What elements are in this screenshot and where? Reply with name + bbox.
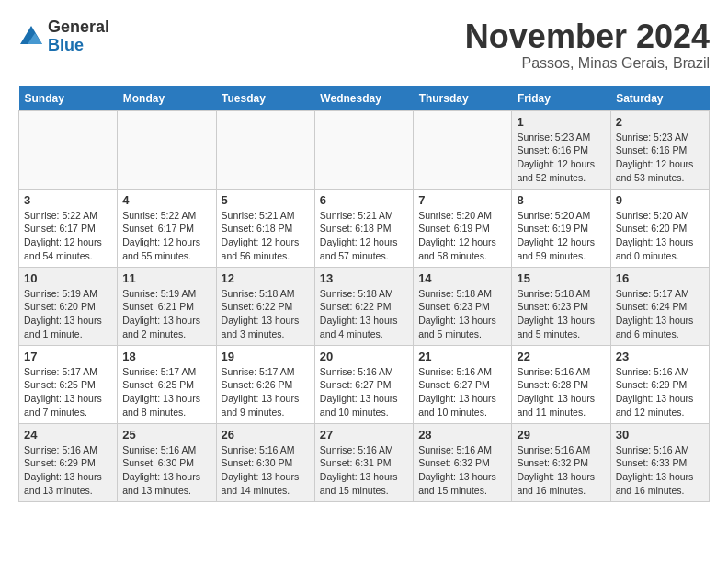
calendar-cell: 3Sunrise: 5:22 AM Sunset: 6:17 PM Daylig… xyxy=(19,189,118,267)
day-info: Sunrise: 5:16 AM Sunset: 6:29 PM Dayligh… xyxy=(616,365,704,419)
calendar-header-row: SundayMondayTuesdayWednesdayThursdayFrid… xyxy=(19,86,710,111)
calendar-cell: 2Sunrise: 5:23 AM Sunset: 6:16 PM Daylig… xyxy=(610,110,709,189)
calendar-cell: 20Sunrise: 5:16 AM Sunset: 6:27 PM Dayli… xyxy=(314,345,413,423)
day-info: Sunrise: 5:23 AM Sunset: 6:16 PM Dayligh… xyxy=(616,131,704,185)
day-number: 6 xyxy=(320,193,408,207)
day-info: Sunrise: 5:16 AM Sunset: 6:27 PM Dayligh… xyxy=(320,365,408,419)
weekday-header: Wednesday xyxy=(314,86,413,111)
calendar-cell: 30Sunrise: 5:16 AM Sunset: 6:33 PM Dayli… xyxy=(610,423,709,501)
calendar-cell xyxy=(314,110,413,189)
day-info: Sunrise: 5:19 AM Sunset: 6:20 PM Dayligh… xyxy=(24,287,112,341)
day-info: Sunrise: 5:16 AM Sunset: 6:30 PM Dayligh… xyxy=(122,443,210,498)
location-subtitle: Passos, Minas Gerais, Brazil xyxy=(465,55,710,72)
calendar-cell: 15Sunrise: 5:18 AM Sunset: 6:23 PM Dayli… xyxy=(512,267,610,345)
day-number: 13 xyxy=(320,271,408,285)
calendar-cell: 17Sunrise: 5:17 AM Sunset: 6:25 PM Dayli… xyxy=(19,345,118,423)
day-number: 21 xyxy=(418,350,506,363)
day-number: 8 xyxy=(517,193,605,207)
day-number: 23 xyxy=(616,350,704,363)
day-info: Sunrise: 5:18 AM Sunset: 6:22 PM Dayligh… xyxy=(222,287,310,341)
calendar-cell: 10Sunrise: 5:19 AM Sunset: 6:20 PM Dayli… xyxy=(19,267,118,345)
day-number: 16 xyxy=(616,271,704,285)
calendar-cell: 8Sunrise: 5:20 AM Sunset: 6:19 PM Daylig… xyxy=(512,189,610,267)
calendar-cell: 25Sunrise: 5:16 AM Sunset: 6:30 PM Dayli… xyxy=(118,423,216,501)
calendar-cell: 21Sunrise: 5:16 AM Sunset: 6:27 PM Dayli… xyxy=(414,345,512,423)
day-info: Sunrise: 5:16 AM Sunset: 6:33 PM Dayligh… xyxy=(616,443,704,498)
calendar-cell: 16Sunrise: 5:17 AM Sunset: 6:24 PM Dayli… xyxy=(610,267,709,345)
calendar-table: SundayMondayTuesdayWednesdayThursdayFrid… xyxy=(18,86,710,502)
calendar-week-row: 17Sunrise: 5:17 AM Sunset: 6:25 PM Dayli… xyxy=(19,345,710,423)
day-info: Sunrise: 5:16 AM Sunset: 6:32 PM Dayligh… xyxy=(418,443,506,498)
weekday-header: Saturday xyxy=(610,86,709,111)
day-info: Sunrise: 5:16 AM Sunset: 6:28 PM Dayligh… xyxy=(517,365,605,419)
calendar-cell: 26Sunrise: 5:16 AM Sunset: 6:30 PM Dayli… xyxy=(216,423,314,501)
logo-general-text: General xyxy=(48,17,109,36)
calendar-cell: 13Sunrise: 5:18 AM Sunset: 6:22 PM Dayli… xyxy=(314,267,413,345)
calendar-cell: 18Sunrise: 5:17 AM Sunset: 6:25 PM Dayli… xyxy=(118,345,216,423)
day-number: 4 xyxy=(122,193,210,207)
calendar-cell xyxy=(19,110,118,189)
day-number: 18 xyxy=(122,350,210,363)
calendar-week-row: 24Sunrise: 5:16 AM Sunset: 6:29 PM Dayli… xyxy=(19,423,710,501)
weekday-header: Tuesday xyxy=(216,86,314,111)
weekday-header: Monday xyxy=(118,86,216,111)
page-header: General Blue November 2024 Passos, Minas… xyxy=(18,18,710,72)
day-info: Sunrise: 5:22 AM Sunset: 6:17 PM Dayligh… xyxy=(122,209,210,263)
calendar-week-row: 1Sunrise: 5:23 AM Sunset: 6:16 PM Daylig… xyxy=(19,110,710,189)
calendar-cell: 9Sunrise: 5:20 AM Sunset: 6:20 PM Daylig… xyxy=(610,189,709,267)
day-info: Sunrise: 5:16 AM Sunset: 6:32 PM Dayligh… xyxy=(517,443,605,498)
day-number: 29 xyxy=(517,428,605,442)
calendar-cell: 7Sunrise: 5:20 AM Sunset: 6:19 PM Daylig… xyxy=(414,189,512,267)
month-title: November 2024 xyxy=(465,18,710,55)
calendar-cell: 14Sunrise: 5:18 AM Sunset: 6:23 PM Dayli… xyxy=(414,267,512,345)
weekday-header: Thursday xyxy=(414,86,512,111)
day-info: Sunrise: 5:16 AM Sunset: 6:31 PM Dayligh… xyxy=(320,443,408,498)
calendar-cell: 29Sunrise: 5:16 AM Sunset: 6:32 PM Dayli… xyxy=(512,423,610,501)
day-info: Sunrise: 5:16 AM Sunset: 6:27 PM Dayligh… xyxy=(418,365,506,419)
calendar-cell: 28Sunrise: 5:16 AM Sunset: 6:32 PM Dayli… xyxy=(414,423,512,501)
day-info: Sunrise: 5:21 AM Sunset: 6:18 PM Dayligh… xyxy=(320,209,408,263)
day-info: Sunrise: 5:17 AM Sunset: 6:25 PM Dayligh… xyxy=(122,365,210,419)
day-number: 15 xyxy=(517,271,605,285)
calendar-cell xyxy=(414,110,512,189)
day-number: 14 xyxy=(418,271,506,285)
day-info: Sunrise: 5:18 AM Sunset: 6:22 PM Dayligh… xyxy=(320,287,408,341)
day-info: Sunrise: 5:21 AM Sunset: 6:18 PM Dayligh… xyxy=(222,209,310,263)
day-number: 5 xyxy=(222,193,310,207)
day-number: 7 xyxy=(418,193,506,207)
day-info: Sunrise: 5:17 AM Sunset: 6:25 PM Dayligh… xyxy=(24,365,112,419)
day-number: 9 xyxy=(616,193,704,207)
calendar-cell xyxy=(216,110,314,189)
day-number: 12 xyxy=(222,271,310,285)
calendar-cell: 22Sunrise: 5:16 AM Sunset: 6:28 PM Dayli… xyxy=(512,345,610,423)
day-number: 26 xyxy=(222,428,310,442)
calendar-cell: 12Sunrise: 5:18 AM Sunset: 6:22 PM Dayli… xyxy=(216,267,314,345)
day-number: 10 xyxy=(24,271,112,285)
day-number: 17 xyxy=(24,350,112,363)
calendar-week-row: 10Sunrise: 5:19 AM Sunset: 6:20 PM Dayli… xyxy=(19,267,710,345)
title-block: November 2024 Passos, Minas Gerais, Braz… xyxy=(465,18,710,72)
day-info: Sunrise: 5:18 AM Sunset: 6:23 PM Dayligh… xyxy=(418,287,506,341)
weekday-header: Sunday xyxy=(19,86,118,111)
calendar-cell: 1Sunrise: 5:23 AM Sunset: 6:16 PM Daylig… xyxy=(512,110,610,189)
day-number: 25 xyxy=(122,428,210,442)
day-info: Sunrise: 5:17 AM Sunset: 6:26 PM Dayligh… xyxy=(222,365,310,419)
logo-icon xyxy=(18,24,44,50)
day-info: Sunrise: 5:18 AM Sunset: 6:23 PM Dayligh… xyxy=(517,287,605,341)
day-info: Sunrise: 5:16 AM Sunset: 6:30 PM Dayligh… xyxy=(222,443,310,498)
calendar-cell: 23Sunrise: 5:16 AM Sunset: 6:29 PM Dayli… xyxy=(610,345,709,423)
day-number: 24 xyxy=(24,428,112,442)
day-number: 19 xyxy=(222,350,310,363)
calendar-cell: 6Sunrise: 5:21 AM Sunset: 6:18 PM Daylig… xyxy=(314,189,413,267)
calendar-cell: 27Sunrise: 5:16 AM Sunset: 6:31 PM Dayli… xyxy=(314,423,413,501)
day-info: Sunrise: 5:20 AM Sunset: 6:19 PM Dayligh… xyxy=(418,209,506,263)
day-number: 30 xyxy=(616,428,704,442)
calendar-week-row: 3Sunrise: 5:22 AM Sunset: 6:17 PM Daylig… xyxy=(19,189,710,267)
day-number: 2 xyxy=(616,115,704,129)
logo: General Blue xyxy=(18,18,109,55)
day-info: Sunrise: 5:20 AM Sunset: 6:19 PM Dayligh… xyxy=(517,209,605,263)
day-info: Sunrise: 5:17 AM Sunset: 6:24 PM Dayligh… xyxy=(616,287,704,341)
day-info: Sunrise: 5:23 AM Sunset: 6:16 PM Dayligh… xyxy=(517,131,605,185)
day-number: 22 xyxy=(517,350,605,363)
day-number: 27 xyxy=(320,428,408,442)
